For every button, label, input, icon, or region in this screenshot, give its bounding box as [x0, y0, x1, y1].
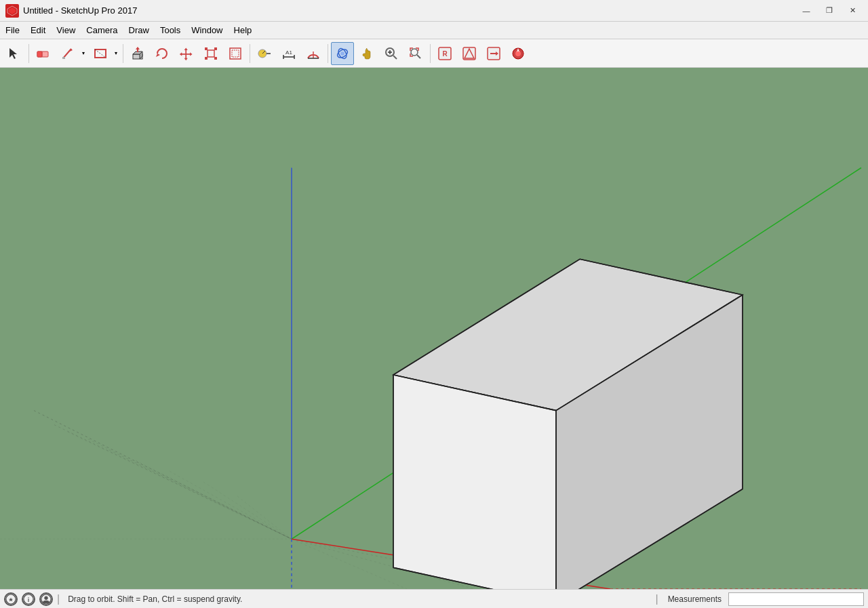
pencil-dropdown[interactable]: ▾ [79, 42, 87, 65]
menu-item-draw[interactable]: Draw [123, 22, 155, 39]
svg-line-38 [393, 56, 397, 59]
pencil-tool[interactable] [56, 42, 79, 65]
shape-tool[interactable] [89, 42, 112, 65]
pushpull-tool[interactable] [126, 42, 149, 65]
status-text: Drag to orbit. Shift = Pan, Ctrl = suspe… [64, 594, 646, 604]
svg-text:i: i [28, 596, 29, 603]
menu-item-camera[interactable]: Camera [81, 22, 123, 39]
title-bar: Untitled - SketchUp Pro 2017 — ❐ ✕ [0, 0, 868, 22]
svg-text:A1: A1 [285, 49, 292, 56]
pencil-tool-group: ▾ [56, 42, 87, 65]
svg-rect-20 [214, 47, 217, 50]
measurements-label: Measurements [668, 594, 724, 604]
pan-tool[interactable] [355, 42, 378, 65]
toolbar-separator-4 [328, 44, 328, 63]
zoom-extents-tool[interactable] [404, 42, 427, 65]
eraser-tool[interactable] [32, 42, 55, 65]
svg-rect-18 [208, 50, 214, 57]
ext-tool-3[interactable] [482, 42, 505, 65]
select-tool[interactable] [3, 42, 26, 65]
protractor-tool[interactable] [302, 42, 325, 65]
svg-marker-73 [393, 375, 556, 589]
menu-item-view[interactable]: View [51, 22, 81, 39]
menu-item-help[interactable]: Help [229, 22, 258, 39]
svg-marker-16 [156, 54, 160, 57]
menu-item-edit[interactable]: Edit [25, 22, 51, 39]
svg-line-42 [417, 55, 420, 58]
toolbar-separator-2 [123, 44, 123, 63]
status-icon-2[interactable]: i [22, 592, 35, 606]
toolbar: ▾ ▾ [0, 39, 868, 68]
svg-text:R: R [442, 50, 448, 58]
move-tool[interactable] [175, 42, 198, 65]
menu-item-window[interactable]: Window [186, 22, 228, 39]
status-separator: | [57, 593, 60, 605]
rotate-tool[interactable] [151, 42, 174, 65]
svg-rect-22 [214, 57, 217, 60]
tape-tool[interactable] [253, 42, 276, 65]
status-icon-3[interactable] [39, 592, 53, 606]
svg-marker-2 [9, 48, 17, 59]
close-button[interactable]: ✕ [842, 3, 863, 18]
viewport-svg [0, 68, 868, 589]
toolbar-separator-1 [28, 44, 29, 63]
toolbar-separator-3 [250, 44, 250, 63]
menu-item-tools[interactable]: Tools [155, 22, 186, 39]
ext-tool-1[interactable]: R [433, 42, 456, 65]
minimize-button[interactable]: — [796, 3, 816, 18]
menu-item-file[interactable]: File [0, 22, 25, 39]
svg-marker-15 [136, 47, 140, 49]
svg-marker-85 [9, 597, 13, 601]
scale-tool[interactable] [199, 42, 222, 65]
svg-rect-24 [232, 50, 239, 57]
svg-rect-21 [205, 57, 208, 60]
offset-tool[interactable] [224, 42, 247, 65]
toolbar-separator-5 [430, 44, 431, 63]
svg-rect-8 [62, 57, 65, 59]
shape-tool-group: ▾ [89, 42, 120, 65]
svg-point-89 [44, 596, 47, 599]
svg-point-41 [411, 49, 418, 56]
svg-rect-23 [230, 48, 241, 59]
svg-rect-19 [205, 47, 208, 50]
dimension-tool[interactable]: A1 [277, 42, 300, 65]
shape-dropdown[interactable]: ▾ [112, 42, 120, 65]
measurements-input[interactable] [728, 592, 864, 606]
status-icon-1[interactable] [4, 592, 18, 606]
status-bar: i | Drag to orbit. Shift = Pan, Ctrl = s… [0, 589, 868, 608]
ext-tool-2[interactable] [458, 42, 481, 65]
restore-button[interactable]: ❐ [819, 3, 840, 18]
status-separator-2: | [650, 593, 663, 605]
orbit-tool[interactable] [331, 42, 354, 65]
svg-rect-4 [37, 52, 42, 57]
window-controls: — ❐ ✕ [796, 3, 863, 18]
svg-line-6 [63, 49, 71, 58]
svg-line-10 [95, 49, 106, 58]
menu-bar: FileEditViewCameraDrawToolsWindowHelp [0, 22, 868, 39]
svg-point-36 [340, 52, 344, 56]
svg-point-51 [515, 51, 521, 56]
svg-marker-17 [180, 47, 193, 60]
app-icon [5, 4, 19, 18]
window-title: Untitled - SketchUp Pro 2017 [23, 5, 796, 16]
viewport[interactable] [0, 68, 868, 589]
ext-tool-4[interactable] [507, 42, 530, 65]
zoom-tool[interactable] [380, 42, 403, 65]
